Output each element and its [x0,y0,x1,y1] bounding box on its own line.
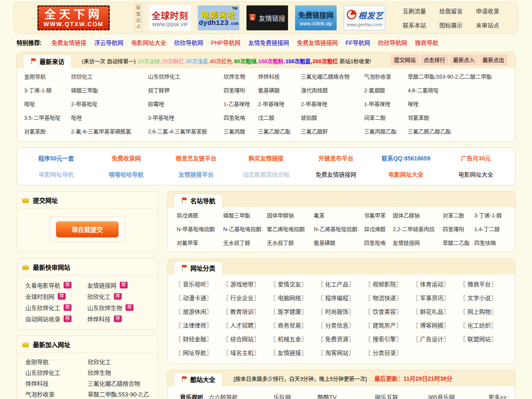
category-link[interactable]: 〖 法律律师〗 [175,321,223,329]
visitor-link[interactable]: 吡唑 [71,115,82,121]
category-link[interactable]: 〖 广告设计〗 [413,335,460,343]
category-link[interactable]: 〖 游戏地带〗 [223,280,270,288]
submit-now-button[interactable]: 现在就提交 [56,222,118,237]
famous-link[interactable]: 四氢呋喃 [474,240,496,246]
category-link[interactable]: 〖 淘客网站〗 [318,348,365,357]
category-link[interactable]: 〖 时尚服饰〗 [318,307,365,315]
category-link[interactable]: 〖 博客网摘〗 [413,321,460,329]
fast-review-link[interactable]: 全球时刻网 [25,292,54,300]
category-link[interactable]: 〖 体育运动〗 [413,280,460,288]
category-link[interactable]: 〖 电脑网络〗 [270,293,318,302]
famous-link[interactable]: 草酸二乙酯 [443,240,470,246]
category-link[interactable]: 〖 化工产品〗 [318,280,365,288]
header-link-unreviewed[interactable]: 未审站点 [476,21,499,29]
visitor-link[interactable]: 2-甲基咪唑 [258,101,285,107]
visitor-link[interactable]: 三氟乙酰乙酸乙酯 [408,128,451,135]
latest-out-button[interactable]: 最新点出 [479,54,507,65]
famous-link[interactable]: 四氢噻吩 [443,226,464,232]
ad-link[interactable]: 电影网址大全 [441,170,511,178]
category-link[interactable]: 〖 程序编程〗 [318,293,365,302]
cool-site-link[interactable]: 酷酷TV [318,393,375,399]
visitor-link[interactable]: 三氟丙酸 [224,128,245,135]
header-link-apply[interactable]: 申请收录 [476,7,499,15]
fast-review-link[interactable]: 自动网站收录 [25,315,60,323]
category-link[interactable]: 〖 友情链接〗 [270,348,318,357]
visitor-link[interactable]: 2-氯烟酸 [364,87,385,94]
recommend-link[interactable]: 电影网址大全 [131,38,166,47]
fast-review-link[interactable]: 久看电影导航 [25,281,60,289]
tab-latest-visitors[interactable]: 最新来访 [23,54,72,69]
visitor-link[interactable]: 气泡秒收录 [364,74,391,80]
famous-link[interactable]: 3-丁烯-1-醇 [474,212,502,219]
ad-link[interactable]: 广告月30元 [441,154,511,162]
category-link[interactable]: 〖 人才招聘〗 [223,321,270,329]
visitor-link[interactable]: 戊二酸 [258,115,274,121]
famous-link[interactable]: N-甲基吡咯烷酮 [177,226,215,232]
ad-link[interactable]: 动态数据双线合租 [231,170,301,178]
famous-link[interactable]: 邻氟甲苯 [364,212,386,219]
category-link[interactable]: 〖 旅游休闲〗 [175,307,223,315]
visitor-link[interactable]: 2-甲基咪唑 [301,101,328,107]
category-link[interactable]: 〖 微商平台〗 [460,280,507,288]
visitor-link[interactable]: 琥珀酸 [301,115,317,121]
famous-link[interactable]: 四氢吡咯 [364,240,386,246]
visitor-link[interactable]: 山东欣烨化工 [148,74,180,80]
famous-link[interactable]: 氨基磺酸 [314,240,335,246]
recommend-link[interactable]: 浮云导航网 [94,38,123,47]
visitor-link[interactable]: 欣欣化工 [71,74,93,80]
famous-link[interactable]: 固体乙醇钠 [393,212,420,219]
fast-review-link[interactable]: 山东欣烨化工 [25,303,60,312]
cool-site-link[interactable]: 乐队网 [273,393,318,399]
fast-review-link[interactable]: 欣欣化工 [87,292,111,300]
famous-link[interactable]: 磷酸三甲酯 [223,212,250,219]
visitor-link[interactable]: 烨烨科技 [258,74,280,80]
visitor-link[interactable]: 邻氯苯酚 [408,115,429,121]
recommend-link[interactable]: FF导航网 [345,38,370,47]
category-link[interactable]: 〖 搜索引擎〗 [365,335,413,343]
visitor-link[interactable]: 对氯苯酚 [24,128,46,135]
banner-cnlink[interactable]: 免费链接网 www.cnlink.vip [295,5,337,30]
famous-link[interactable]: 友情链接网 [393,240,420,246]
recommend-link[interactable]: 免费友情链接网 [297,38,337,47]
category-link[interactable]: 〖 爱情交友〗 [270,280,318,288]
famous-link[interactable]: N-乙基吡咯烷酮 [223,226,261,232]
recommend-link[interactable]: 免费友情链接 [52,38,86,47]
newly-added-link[interactable]: 欣烨生物 [88,369,149,377]
visitor-link[interactable]: 3-甲基吡唑 [148,115,175,121]
site-logo[interactable]: 全天下网 WWW.QTXW.COM [37,5,110,30]
visitor-link[interactable]: 欣烨生物 [224,74,245,80]
visitor-link[interactable]: 间苯二酚 [364,115,386,121]
ad-link[interactable]: 免费友情链接网 [301,170,371,178]
category-link[interactable]: 〖 财经金融〗 [175,335,223,343]
category-link[interactable]: 〖 免费资源〗 [318,335,365,343]
visitor-link[interactable]: 磷酸三甲酯 [71,87,98,94]
visitor-link[interactable]: 嘧啶 [24,101,35,107]
newly-added-link[interactable]: 欣欣化工 [88,358,149,366]
recommend-link[interactable]: 欣欣导航网 [174,38,203,47]
category-link[interactable]: 〖 综合网站〗 [223,335,270,343]
more-link[interactable]: 更多>> [485,393,509,399]
category-link[interactable]: 〖 分类目录〗 [365,348,413,357]
visitor-link[interactable]: 2-氟-6-三氟甲基苯磺酰氯 [71,128,131,135]
famous-link[interactable]: 1,4-丁二醇 [474,226,500,232]
category-link[interactable]: 〖 音乐视听〗 [175,280,223,288]
category-link[interactable]: 〖 化工纺织〗 [460,321,507,329]
category-link[interactable]: 〖 行业企业〗 [223,293,270,302]
category-link[interactable]: 〖 教育培训〗 [223,307,270,315]
visitor-link[interactable]: 氨基磺酸 [258,87,280,94]
visitor-link[interactable]: 2,6-二氯-4-三氟甲基苯胺 [148,128,207,135]
ad-link[interactable]: 联系QQ:85618659 [371,154,441,162]
famous-link[interactable]: 无水叔丁醇 [267,240,294,246]
newly-added-link[interactable]: 三氟化硼乙腈络合物 [88,380,149,388]
category-link[interactable]: 〖 饮食美容〗 [365,307,413,315]
header-link-contact[interactable]: 联系本站 [403,21,426,29]
category-link[interactable]: 〖 鲜花礼品〗 [413,307,460,315]
ad-link[interactable]: 电影网址大全 [371,170,441,178]
tab-cool-sites[interactable]: 酷站大全 [174,372,223,387]
famous-link[interactable]: 固体甲醇钠 [267,212,294,219]
recommend-link[interactable]: 欣欣导航网 [378,38,407,47]
visitor-link[interactable]: 1-甲基咪唑 [364,101,391,107]
category-link[interactable]: 〖 建筑房产〗 [365,321,413,329]
famous-link[interactable]: 异戊烯醛 [364,226,386,232]
category-link[interactable]: 〖 视频影院〗 [365,280,413,288]
